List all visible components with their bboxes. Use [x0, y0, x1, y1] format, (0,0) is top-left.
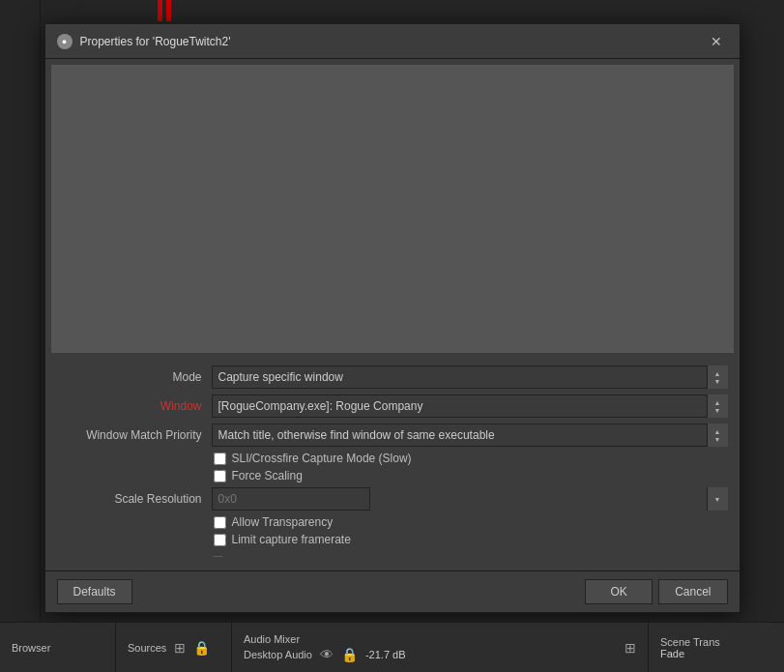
- separator: —: [214, 550, 728, 561]
- allow-transparency-row: Allow Transparency: [214, 515, 728, 529]
- scene-trans-section: Scene Trans Fade: [649, 623, 784, 672]
- window-match-row: Window Match Priority Match title, other…: [57, 423, 728, 448]
- force-scaling-row: Force Scaling: [214, 469, 728, 482]
- audio-mixer-add-icon[interactable]: ⊞: [624, 640, 636, 656]
- audio-mixer-label: Audio Mixer: [244, 633, 406, 645]
- force-scaling-label[interactable]: Force Scaling: [232, 469, 303, 482]
- sli-label[interactable]: SLI/Crossfire Capture Mode (Slow): [232, 452, 412, 465]
- dialog-title-left: ● Properties for 'RogueTwitch2': [57, 34, 231, 49]
- window-select[interactable]: [RogueCompany.exe]: Rogue Company: [212, 394, 728, 418]
- scale-resolution-row: Scale Resolution ▼: [57, 486, 728, 511]
- sources-section: Sources ⊞ 🔒: [116, 623, 232, 672]
- window-match-select[interactable]: Match title, otherwise find window of sa…: [212, 424, 728, 447]
- scale-res-arrow: ▼: [707, 487, 728, 511]
- sources-label: Sources: [128, 642, 166, 654]
- modal-overlay: ● Properties for 'RogueTwitch2' ✕ Mode C…: [0, 0, 784, 672]
- close-button[interactable]: ✕: [705, 33, 728, 50]
- fade-label: Fade: [660, 648, 720, 659]
- dialog-title: Properties for 'RogueTwitch2': [80, 35, 231, 48]
- scale-resolution-control: ▼: [212, 487, 728, 511]
- sources-lock-icon[interactable]: 🔒: [193, 640, 210, 656]
- mode-select-wrapper: Capture specific window ▲ ▼: [212, 365, 728, 389]
- window-control: [RogueCompany.exe]: Rogue Company ▲ ▼: [212, 394, 728, 418]
- preview-area: [51, 65, 734, 353]
- eye-icon[interactable]: 👁: [320, 647, 334, 662]
- browser-section: Browser: [0, 623, 116, 672]
- scale-resolution-input[interactable]: [212, 487, 370, 511]
- scale-res-select-wrapper: ▼: [212, 487, 728, 511]
- allow-transparency-checkbox[interactable]: [214, 516, 226, 529]
- window-row: Window [RogueCompany.exe]: Rogue Company…: [57, 394, 728, 419]
- obs-logo-icon: ●: [57, 34, 73, 49]
- db-value: -21.7 dB: [365, 649, 406, 660]
- scale-resolution-label: Scale Resolution: [57, 492, 212, 506]
- mode-row: Mode Capture specific window ▲ ▼: [57, 365, 728, 390]
- button-row: Defaults OK Cancel: [45, 570, 740, 612]
- allow-transparency-label[interactable]: Allow Transparency: [232, 515, 334, 529]
- window-match-label: Window Match Priority: [57, 428, 212, 442]
- limit-framerate-row: Limit capture framerate: [214, 533, 728, 546]
- limit-framerate-label[interactable]: Limit capture framerate: [232, 533, 351, 546]
- audio-mixer-content: Audio Mixer Desktop Audio 👁 🔒 -21.7 dB: [244, 633, 406, 662]
- bottom-bar: Browser Sources ⊞ 🔒 Audio Mixer Desktop …: [0, 622, 784, 672]
- window-select-wrapper: [RogueCompany.exe]: Rogue Company ▲ ▼: [212, 394, 728, 418]
- dialog-titlebar: ● Properties for 'RogueTwitch2' ✕: [45, 24, 740, 59]
- mode-label: Mode: [57, 370, 212, 384]
- limit-framerate-checkbox[interactable]: [214, 534, 226, 546]
- mode-select[interactable]: Capture specific window: [212, 365, 728, 389]
- desktop-audio-label: Desktop Audio: [244, 649, 312, 660]
- mode-control: Capture specific window ▲ ▼: [212, 365, 728, 389]
- window-match-select-wrapper: Match title, otherwise find window of sa…: [212, 424, 728, 447]
- sli-checkbox-row: SLI/Crossfire Capture Mode (Slow): [214, 452, 728, 465]
- window-match-control: Match title, otherwise find window of sa…: [212, 424, 728, 447]
- sli-checkbox[interactable]: [214, 453, 226, 465]
- scene-trans-content: Scene Trans Fade: [660, 636, 720, 659]
- scale-res-arrow-icon: ▼: [714, 496, 721, 503]
- audio-mixer-section: Audio Mixer Desktop Audio 👁 🔒 -21.7 dB ⊞: [232, 623, 649, 672]
- sources-icon[interactable]: ⊞: [174, 640, 186, 656]
- audio-mixer-controls: Desktop Audio 👁 🔒 -21.7 dB: [244, 647, 406, 662]
- defaults-button[interactable]: Defaults: [57, 579, 132, 604]
- ok-cancel-group: OK Cancel: [585, 579, 727, 604]
- ok-button[interactable]: OK: [585, 579, 653, 604]
- cancel-button[interactable]: Cancel: [658, 579, 727, 604]
- properties-dialog: ● Properties for 'RogueTwitch2' ✕ Mode C…: [44, 23, 740, 613]
- properties-section: Mode Capture specific window ▲ ▼ Win: [45, 359, 740, 570]
- window-label: Window: [57, 399, 212, 413]
- browser-label: Browser: [12, 642, 50, 654]
- scene-trans-label: Scene Trans: [660, 636, 720, 648]
- lock-icon[interactable]: 🔒: [341, 647, 358, 662]
- force-scaling-checkbox[interactable]: [214, 470, 226, 482]
